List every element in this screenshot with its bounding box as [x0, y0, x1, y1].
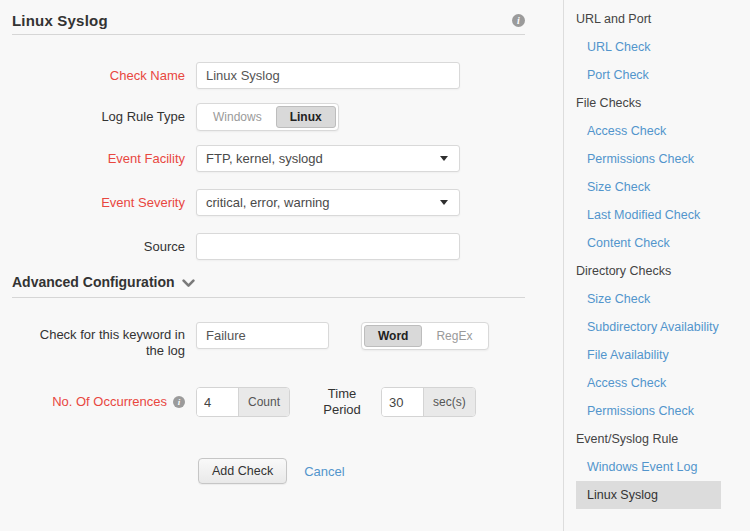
occurrences-row: No. Of Occurrences i Count Time Period s…: [12, 386, 525, 418]
event-facility-row: Event Facility FTP, kernel, syslogd: [12, 145, 525, 172]
form-header: Linux Syslog i: [12, 12, 525, 35]
sidebar-item-subdirectory-availability[interactable]: Subdirectory Availability: [576, 313, 750, 341]
sidebar-group-directory-checks: Directory Checks: [576, 257, 750, 285]
event-severity-select[interactable]: critical, error, warning: [196, 189, 460, 216]
source-input[interactable]: [196, 233, 460, 260]
chevron-down-icon: [182, 279, 195, 288]
occurrence-count-group: Count: [196, 387, 290, 417]
event-facility-label: Event Facility: [12, 151, 185, 167]
log-rule-type-row: Log Rule Type Windows Linux: [12, 103, 525, 131]
sidebar-item-windows-event-log[interactable]: Windows Event Log: [576, 453, 750, 481]
sidebar-item-file-permissions-check[interactable]: Permissions Check: [576, 145, 750, 173]
sidebar-group-file-checks: File Checks: [576, 89, 750, 117]
source-row: Source: [12, 233, 525, 260]
time-period-group: sec(s): [381, 387, 476, 417]
info-icon[interactable]: i: [512, 14, 525, 27]
check-name-input[interactable]: [196, 62, 460, 89]
sidebar-item-port-check[interactable]: Port Check: [576, 61, 750, 89]
form-actions: Add Check Cancel: [198, 458, 525, 484]
event-severity-row: Event Severity critical, error, warning: [12, 189, 525, 216]
time-label-line2: Period: [323, 402, 361, 417]
keyword-label-line1: Check for this keyword in: [40, 327, 185, 342]
chevron-down-icon: [440, 200, 448, 205]
page-title: Linux Syslog: [12, 12, 108, 29]
sidebar-item-directory-size-check[interactable]: Size Check: [576, 285, 750, 313]
occurrences-label-wrap: No. Of Occurrences i: [12, 394, 185, 410]
add-check-button[interactable]: Add Check: [198, 458, 287, 484]
keyword-label: Check for this keyword in the log: [12, 322, 185, 359]
event-severity-value: critical, error, warning: [206, 195, 330, 210]
check-name-row: Check Name: [12, 62, 525, 89]
sidebar-item-directory-permissions-check[interactable]: Permissions Check: [576, 397, 750, 425]
toggle-option-word[interactable]: Word: [364, 325, 422, 347]
page: Linux Syslog i Check Name Log Rule Type …: [0, 0, 750, 531]
toggle-option-regex[interactable]: RegEx: [422, 325, 486, 347]
seconds-suffix-label: sec(s): [423, 388, 475, 416]
sidebar-item-file-access-check[interactable]: Access Check: [576, 117, 750, 145]
sidebar-item-url-check[interactable]: URL Check: [576, 33, 750, 61]
event-severity-label: Event Severity: [12, 195, 185, 211]
occurrences-label: No. Of Occurrences: [52, 394, 167, 410]
sidebar-item-file-availability[interactable]: File Availability: [576, 341, 750, 369]
time-period-label: Time Period: [313, 386, 371, 418]
time-label-line1: Time: [328, 386, 356, 401]
sidebar-item-last-modified-check[interactable]: Last Modified Check: [576, 201, 750, 229]
source-label: Source: [12, 239, 185, 255]
sidebar-item-file-size-check[interactable]: Size Check: [576, 173, 750, 201]
toggle-option-windows[interactable]: Windows: [199, 106, 276, 128]
check-form-panel: Linux Syslog i Check Name Log Rule Type …: [0, 0, 563, 531]
count-suffix-label: Count: [238, 388, 289, 416]
toggle-option-linux[interactable]: Linux: [276, 106, 336, 128]
keyword-match-toggle: Word RegEx: [361, 322, 489, 350]
chevron-down-icon: [440, 156, 448, 161]
check-types-sidebar: URL and Port URL Check Port Check File C…: [563, 0, 750, 531]
keyword-row: Check for this keyword in the log Word R…: [12, 322, 525, 359]
keyword-label-line2: the log: [146, 343, 185, 358]
sidebar-item-linux-syslog[interactable]: Linux Syslog: [576, 481, 721, 509]
keyword-input[interactable]: [196, 322, 329, 349]
sidebar-item-content-check[interactable]: Content Check: [576, 229, 750, 257]
check-name-label: Check Name: [12, 68, 185, 84]
advanced-configuration-header[interactable]: Advanced Configuration: [12, 274, 525, 298]
advanced-configuration-title: Advanced Configuration: [12, 274, 175, 290]
time-period-input[interactable]: [382, 388, 423, 416]
log-rule-type-toggle: Windows Linux: [196, 103, 339, 131]
occurrence-count-input[interactable]: [197, 388, 238, 416]
sidebar-group-url-and-port: URL and Port: [576, 5, 750, 33]
info-icon[interactable]: i: [173, 396, 185, 408]
cancel-link[interactable]: Cancel: [304, 464, 344, 479]
event-facility-select[interactable]: FTP, kernel, syslogd: [196, 145, 460, 172]
sidebar-group-event-syslog-rule: Event/Syslog Rule: [576, 425, 750, 453]
sidebar-item-directory-access-check[interactable]: Access Check: [576, 369, 750, 397]
log-rule-type-label: Log Rule Type: [12, 109, 185, 125]
event-facility-value: FTP, kernel, syslogd: [206, 151, 323, 166]
